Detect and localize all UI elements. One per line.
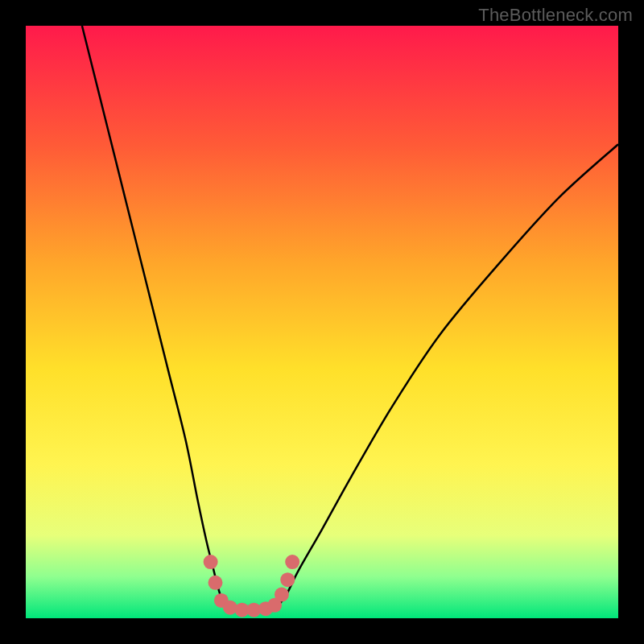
- marker-point: [208, 576, 223, 590]
- marker-point: [285, 555, 299, 569]
- marker-point: [280, 572, 295, 587]
- marker-point: [204, 555, 218, 569]
- bottleneck-chart: [26, 26, 618, 618]
- marker-point: [275, 588, 289, 602]
- watermark-text: TheBottleneck.com: [478, 5, 633, 26]
- outer-frame: TheBottleneck.com: [0, 0, 644, 644]
